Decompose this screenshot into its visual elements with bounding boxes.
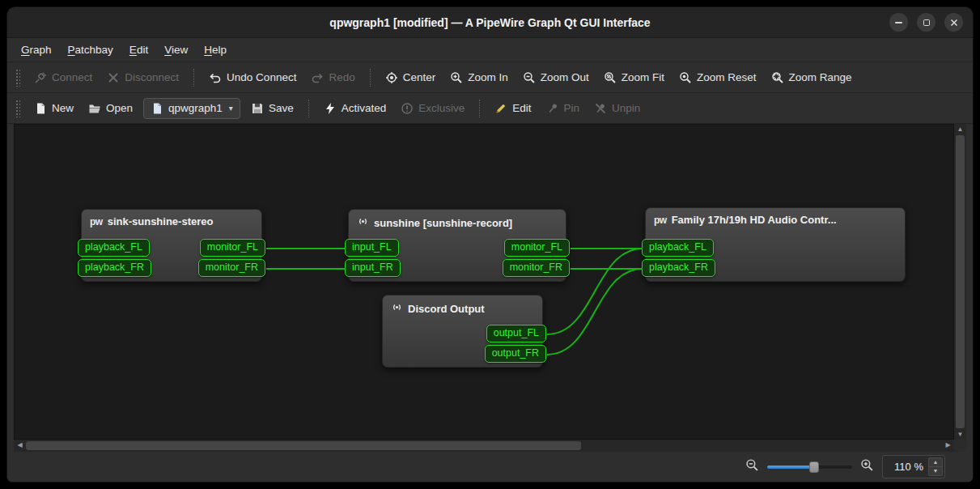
vertical-scrollbar-thumb[interactable] — [956, 135, 965, 428]
close-button[interactable] — [944, 13, 963, 32]
node-port[interactable]: playback_FR — [642, 259, 715, 277]
scroll-left-button[interactable]: ◀ — [14, 440, 26, 450]
save-button[interactable]: Save — [244, 98, 301, 119]
activated-button[interactable]: Activated — [316, 98, 394, 119]
node-title: sink-sunshine-stereo — [108, 215, 214, 227]
menu-view[interactable]: View — [157, 41, 195, 58]
connect-label: Connect — [52, 71, 92, 83]
open-button[interactable]: Open — [81, 98, 140, 119]
undo-icon — [209, 71, 222, 84]
graph-node-sunshine[interactable]: sunshine [sunshine-record] input_FL inpu… — [348, 209, 566, 282]
node-port[interactable]: playback_FL — [642, 239, 714, 257]
toolbar-drag-handle[interactable] — [15, 100, 20, 117]
redo-icon — [311, 71, 324, 84]
zoom-out-icon — [523, 71, 536, 84]
exclusive-button[interactable]: Exclusive — [393, 98, 472, 119]
graph-node-family-audio[interactable]: pw Family 17h/19h HD Audio Contr... play… — [645, 207, 906, 282]
window-controls — [889, 7, 963, 37]
zoom-range-icon — [771, 71, 784, 84]
node-title: Family 17h/19h HD Audio Contr... — [672, 214, 837, 226]
vertical-scrollbar[interactable]: ▲ ▼ — [954, 124, 966, 440]
zoom-out-small-icon[interactable] — [745, 458, 759, 475]
menu-patchbay[interactable]: Patchbay — [61, 41, 121, 58]
canvas-area: pw sink-sunshine-stereo playback_FL play… — [14, 124, 966, 452]
zoom-spin-down-button[interactable]: ▼ — [928, 467, 943, 476]
node-title: Discord Output — [408, 303, 485, 315]
menu-edit[interactable]: Edit — [122, 41, 155, 58]
disconnect-button[interactable]: Disconnect — [100, 67, 186, 88]
toolbar-separator — [370, 69, 371, 87]
redo-button[interactable]: Redo — [303, 67, 362, 88]
disconnect-icon — [107, 71, 120, 84]
pipewire-icon: pw — [90, 216, 103, 227]
scroll-up-button[interactable]: ▲ — [954, 124, 966, 134]
monitor-icon — [357, 215, 369, 230]
zoom-spinbox[interactable]: 110 % ▲ ▼ — [882, 455, 945, 478]
zoom-fit-label: Zoom Fit — [622, 71, 664, 83]
new-file-icon — [34, 102, 47, 115]
connect-icon — [34, 71, 47, 84]
pin-label: Pin — [564, 102, 580, 114]
horizontal-scrollbar-thumb[interactable] — [26, 441, 581, 450]
graph-node-sink[interactable]: pw sink-sunshine-stereo playback_FL play… — [81, 209, 262, 282]
activated-label: Activated — [342, 102, 387, 114]
patchbay-selector[interactable]: qpwgraph1 ▾ — [143, 98, 240, 119]
undo-connect-button[interactable]: Undo Connect — [202, 67, 303, 88]
node-port[interactable]: output_FR — [485, 345, 546, 363]
new-button[interactable]: New — [27, 98, 81, 119]
patchbay-selector-value: qpwgraph1 — [168, 102, 223, 114]
titlebar[interactable]: qpwgraph1 [modified] — A PipeWire Graph … — [7, 7, 973, 38]
zoom-range-label: Zoom Range — [789, 71, 852, 83]
minimize-button[interactable] — [889, 13, 908, 32]
node-port[interactable]: output_FL — [486, 325, 546, 342]
zoom-slider-handle[interactable] — [809, 461, 819, 473]
node-port[interactable]: monitor_FR — [198, 259, 265, 277]
window-title: qpwgraph1 [modified] — A PipeWire Graph … — [329, 16, 650, 29]
zoom-reset-label: Zoom Reset — [697, 71, 757, 83]
node-port[interactable]: monitor_FL — [200, 239, 265, 257]
center-button[interactable]: Center — [378, 67, 443, 88]
maximize-button[interactable] — [917, 13, 935, 32]
connect-button[interactable]: Connect — [27, 67, 100, 88]
zoom-fit-button[interactable]: Zoom Fit — [596, 67, 672, 88]
open-label: Open — [106, 102, 133, 114]
graph-node-discord[interactable]: Discord Output output_FL output_FR — [382, 295, 543, 368]
exclusive-label: Exclusive — [418, 102, 465, 114]
maximize-icon — [923, 19, 930, 26]
scroll-right-button[interactable]: ▶ — [942, 440, 954, 450]
node-port[interactable]: monitor_FL — [504, 239, 570, 257]
zoom-reset-button[interactable]: Zoom Reset — [672, 67, 764, 88]
zoom-value: 110 % — [889, 461, 923, 473]
scroll-down-button[interactable]: ▼ — [954, 429, 966, 440]
zoom-reset-icon — [679, 71, 692, 84]
pin-button[interactable]: Pin — [539, 98, 588, 119]
edit-button[interactable]: Edit — [487, 98, 538, 119]
zoom-spin-up-button[interactable]: ▲ — [928, 457, 943, 467]
horizontal-scrollbar[interactable]: ◀ ▶ — [14, 440, 954, 452]
unpin-button[interactable]: Unpin — [587, 98, 647, 119]
toolbar-drag-handle[interactable] — [15, 69, 20, 87]
node-port[interactable]: playback_FL — [78, 239, 150, 257]
menu-help[interactable]: Help — [197, 41, 234, 58]
save-label: Save — [269, 102, 294, 114]
zoom-in-button[interactable]: Zoom In — [443, 67, 515, 88]
node-port[interactable]: input_FL — [345, 239, 399, 257]
node-port[interactable]: monitor_FR — [503, 259, 570, 277]
statusbar: 110 % ▲ ▼ — [7, 452, 973, 482]
zoom-out-button[interactable]: Zoom Out — [515, 67, 596, 88]
zoom-in-small-icon[interactable] — [860, 458, 874, 475]
graph-canvas[interactable]: pw sink-sunshine-stereo playback_FL play… — [14, 124, 954, 440]
patchbay-toolbar: New Open qpwgraph1 ▾ Save Ac — [7, 93, 973, 124]
edit-pencil-icon — [494, 102, 507, 115]
unpin-icon — [594, 102, 607, 115]
center-label: Center — [403, 71, 436, 83]
zoom-fit-icon — [604, 71, 617, 84]
node-port[interactable]: input_FR — [345, 259, 401, 277]
app-window: qpwgraph1 [modified] — A PipeWire Graph … — [6, 6, 974, 483]
zoom-slider[interactable] — [767, 461, 852, 473]
zoom-in-icon — [450, 71, 463, 84]
zoom-range-button[interactable]: Zoom Range — [764, 67, 859, 88]
center-icon — [385, 71, 398, 84]
menu-graph[interactable]: Graph — [14, 41, 59, 58]
node-port[interactable]: playback_FR — [78, 259, 151, 277]
